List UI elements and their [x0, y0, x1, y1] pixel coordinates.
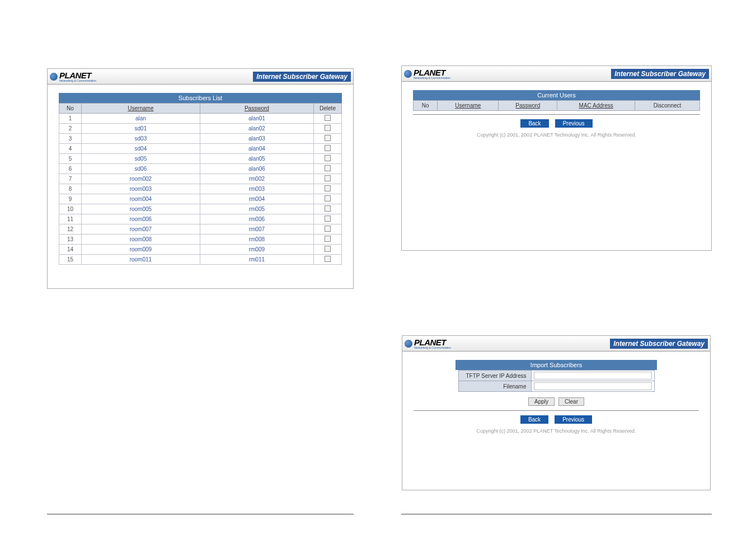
table-row: 3sd03alan03	[59, 134, 342, 144]
row-no: 14	[59, 245, 82, 255]
delete-checkbox[interactable]	[325, 155, 331, 161]
delete-checkbox[interactable]	[325, 125, 331, 131]
logo-globe-icon	[404, 70, 412, 78]
table-row: 1alanalan01	[59, 114, 342, 124]
row-no: 3	[59, 134, 82, 144]
row-username: room004	[82, 194, 200, 204]
current-users-table: No Username Password MAC Address Disconn…	[413, 100, 700, 111]
row-delete-cell	[314, 174, 342, 184]
delete-checkbox[interactable]	[325, 205, 331, 212]
subscribers-table: No Username Password Delete 1alanalan012…	[59, 103, 342, 265]
delete-checkbox[interactable]	[325, 185, 331, 191]
section-title: Current Users	[413, 90, 700, 100]
row-password: rm002	[200, 174, 313, 184]
delete-checkbox[interactable]	[325, 135, 331, 141]
col-password[interactable]: Password	[499, 101, 557, 111]
delete-checkbox[interactable]	[325, 236, 331, 242]
delete-checkbox[interactable]	[325, 256, 331, 262]
row-no: 11	[59, 214, 82, 224]
copyright-text: Copyright (c) 2001, 2002 PLANET Technolo…	[414, 428, 699, 434]
tftp-input[interactable]	[534, 372, 652, 380]
back-button[interactable]: Back	[520, 415, 548, 424]
delete-checkbox[interactable]	[325, 115, 331, 121]
col-password[interactable]: Password	[200, 104, 313, 114]
row-no: 1	[59, 114, 82, 124]
row-delete-cell	[314, 255, 342, 265]
delete-checkbox[interactable]	[325, 165, 331, 171]
delete-checkbox[interactable]	[325, 216, 331, 222]
row-password: alan05	[200, 154, 313, 164]
subscribers-list-panel: PLANET Networking & Communication Intern…	[47, 68, 354, 289]
delete-checkbox[interactable]	[325, 145, 331, 151]
row-username: room009	[82, 245, 200, 255]
row-password: rm004	[200, 194, 313, 204]
row-delete-cell	[314, 184, 342, 194]
col-username[interactable]: Username	[82, 104, 200, 114]
row-password: alan04	[200, 144, 313, 154]
row-no: 4	[59, 144, 82, 154]
row-username: sd05	[82, 154, 200, 164]
row-password: alan02	[200, 124, 313, 134]
previous-button[interactable]: Previous	[555, 119, 593, 128]
row-username: sd06	[82, 164, 200, 174]
copyright-text: Copyright (c) 2001, 2002 PLANET Technolo…	[413, 132, 700, 138]
brand-logo: PLANET Networking & Communication	[404, 68, 450, 79]
filename-label: Filename	[458, 381, 531, 392]
current-users-panel: PLANET Networking & Communication Intern…	[401, 65, 712, 251]
back-button[interactable]: Back	[520, 119, 548, 128]
previous-button[interactable]: Previous	[555, 415, 592, 424]
row-no: 13	[59, 235, 82, 245]
row-delete-cell	[314, 235, 342, 245]
col-no: No	[414, 101, 438, 111]
delete-checkbox[interactable]	[325, 226, 331, 232]
brand-tagline: Networking & Communication	[414, 346, 451, 349]
row-username: room006	[82, 214, 200, 224]
footer-rule	[47, 514, 354, 514]
table-row: 13room008rm008	[59, 235, 342, 245]
row-delete-cell	[314, 194, 342, 204]
footer-rule	[401, 514, 712, 514]
delete-checkbox[interactable]	[325, 246, 331, 252]
row-username: room011	[82, 255, 200, 265]
col-username[interactable]: Username	[438, 101, 499, 111]
row-no: 10	[59, 204, 82, 214]
table-row: 8room003rm003	[59, 184, 342, 194]
delete-checkbox[interactable]	[325, 175, 331, 181]
row-delete-cell	[314, 164, 342, 174]
row-password: alan06	[200, 164, 313, 174]
row-no: 9	[59, 194, 82, 204]
import-subscribers-panel: PLANET Networking & Communication Intern…	[402, 335, 711, 490]
row-delete-cell	[314, 134, 342, 144]
row-password: rm007	[200, 224, 313, 235]
separator	[413, 114, 700, 115]
row-password: rm003	[200, 184, 313, 194]
apply-button[interactable]: Apply	[528, 397, 555, 406]
panel-header: PLANET Networking & Communication Intern…	[48, 69, 353, 85]
row-password: rm008	[200, 235, 313, 245]
table-row: 6sd06alan06	[59, 164, 342, 174]
section-title: Subscribers List	[59, 93, 342, 103]
table-row: 4sd04alan04	[59, 144, 342, 154]
table-row: 2sd01alan02	[59, 124, 342, 134]
row-username: sd01	[82, 124, 200, 134]
row-delete-cell	[314, 245, 342, 255]
table-row: 15room011rm011	[59, 255, 342, 265]
row-no: 5	[59, 154, 82, 164]
section-title: Import Subscribers	[456, 360, 657, 370]
table-row: 7room002rm002	[59, 174, 342, 184]
panel-header: PLANET Networking & Communication Intern…	[402, 66, 711, 82]
table-row: 11room006rm006	[59, 214, 342, 224]
clear-button[interactable]: Clear	[558, 397, 584, 406]
filename-input[interactable]	[534, 382, 652, 390]
col-delete: Delete	[314, 104, 342, 114]
brand-logo: PLANET Networking & Communication	[50, 71, 96, 82]
row-password: alan03	[200, 134, 313, 144]
col-mac[interactable]: MAC Address	[557, 101, 635, 111]
delete-checkbox[interactable]	[325, 195, 331, 202]
row-username: room002	[82, 174, 200, 184]
separator	[414, 410, 699, 411]
row-username: room008	[82, 235, 200, 245]
table-row: 12room007rm007	[59, 224, 342, 235]
row-no: 8	[59, 184, 82, 194]
brand-tagline: Networking & Communication	[414, 76, 450, 79]
